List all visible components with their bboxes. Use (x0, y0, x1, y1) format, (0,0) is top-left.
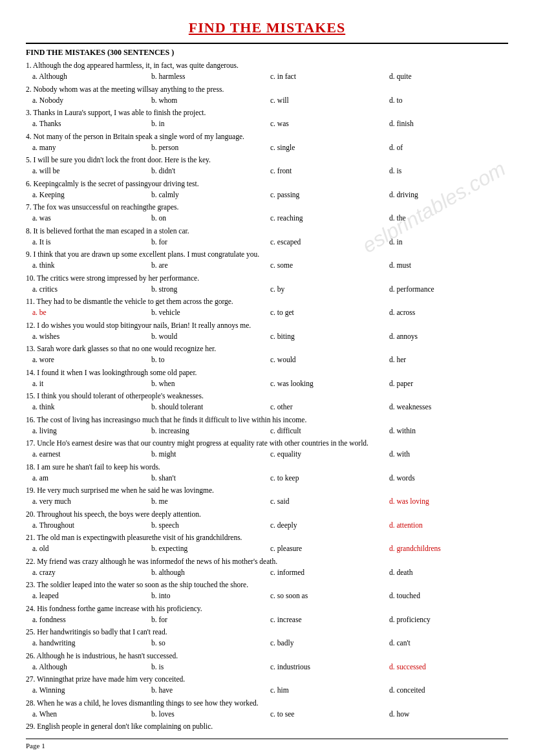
sentence-block: 9. I think that you are drawn up some ex… (26, 249, 508, 272)
section-title: FIND THE MISTAKES (300 SENTENCES ) (26, 48, 508, 58)
sentence-text: 22. My friend was crazy although he was … (26, 556, 508, 567)
options-row: a. Throughoutb. speechc. deeplyd. attent… (32, 520, 508, 531)
option-item: a. handwriting (32, 638, 151, 649)
sentence-block: 19. He very much surprised me when he sa… (26, 485, 508, 508)
sentence-block: 17. Uncle Ho's earnest desire was that o… (26, 438, 508, 460)
options-row: a. leapedb. intoc. so soon asd. touched (32, 590, 508, 601)
option-item: d. her (389, 354, 508, 365)
option-item: a. Although (32, 662, 151, 673)
option-item: c. deeply (270, 520, 389, 531)
option-item: b. expecting (151, 543, 270, 554)
sentence-block: 1. Although the dog appeared harmless, i… (26, 60, 508, 83)
option-item: a. Throughout (32, 520, 151, 531)
option-item: c. to get (270, 307, 389, 318)
sentence-text: 23. The soldier leaped into the water so… (26, 579, 508, 590)
sentence-text: 28. When he was a child, he loves disman… (26, 698, 508, 709)
sentence-block: 22. My friend was crazy although he was … (26, 556, 508, 579)
bottom-divider (26, 739, 508, 739)
option-item: b. have (151, 685, 270, 696)
option-item: b. increasing (151, 426, 270, 437)
sentence-text: 21. The old man is expectingwith pleasur… (26, 532, 508, 543)
sentence-block: 20. Throughout his speech, the boys were… (26, 509, 508, 532)
option-item: d. conceited (389, 685, 508, 696)
option-item: a. think (32, 260, 151, 271)
sentence-block: 18. I am sure he shan't fail to keep his… (26, 462, 508, 484)
option-item: d. weaknesses (389, 402, 508, 413)
option-item: b. to (151, 354, 270, 365)
option-item: c. single (270, 142, 389, 153)
option-item: c. was looking (270, 378, 389, 389)
option-item: d. successed (389, 662, 508, 673)
options-row: a. will beb. didn'tc. frontd. is (32, 166, 508, 177)
option-item: d. to (389, 95, 508, 106)
sentence-block: 3. Thanks in Laura's support, I was able… (26, 107, 508, 130)
option-item: a. wishes (32, 331, 151, 342)
option-item: c. would (270, 354, 389, 365)
sentence-block: 15. I think you should tolerant of other… (26, 391, 508, 413)
option-item: b. person (151, 142, 270, 153)
sentence-text: 11. They had to be dismantle the vehicle… (26, 296, 508, 307)
option-item: a. When (32, 709, 151, 720)
options-row: a. very muchb. mec. saidd. was loving (32, 496, 508, 507)
option-item: b. should tolerant (151, 402, 270, 413)
options-row: a. beb. vehiclec. to getd. across (32, 307, 508, 318)
options-row: a. It isb. forc. escapedd. in (32, 237, 508, 248)
sentence-block: 12. I do wishes you would stop bitingyou… (26, 320, 508, 343)
sentence-block: 28. When he was a child, he loves disman… (26, 698, 508, 720)
option-item: d. annoys (389, 331, 508, 342)
sentences-container: 1. Although the dog appeared harmless, i… (26, 60, 508, 732)
option-item: a. very much (32, 496, 151, 507)
option-item: b. for (151, 237, 270, 248)
option-item: a. Although (32, 71, 151, 82)
page-number: Page 1 (26, 742, 508, 750)
sentence-block: 29. English people in general don't like… (26, 721, 508, 732)
sentence-text: 20. Throughout his speech, the boys were… (26, 509, 508, 520)
option-item: c. him (270, 685, 389, 696)
option-item: c. will (270, 95, 389, 106)
sentence-text: 12. I do wishes you would stop bitingyou… (26, 320, 508, 331)
sentence-text: 4. Not many of the person in Britain spe… (26, 131, 508, 142)
sentence-block: 6. Keepingcalmly is the secret of passin… (26, 178, 508, 201)
options-row: a. Whenb. lovesc. to seed. how (32, 709, 508, 720)
option-item: b. would (151, 331, 270, 342)
sentence-block: 7. The fox was unsuccessful on reachingt… (26, 202, 508, 224)
sentence-block: 26. Although he is industrious, he hasn'… (26, 651, 508, 673)
option-item: d. within (389, 426, 508, 437)
options-row: a. manyb. personc. singled. of (32, 142, 508, 153)
options-row: a. woreb. toc. wouldd. her (32, 354, 508, 365)
option-item: a. Winning (32, 685, 151, 696)
sentence-text: 29. English people in general don't like… (26, 721, 508, 732)
options-row: a. Nobodyb. whomc. willd. to (32, 95, 508, 106)
sentence-block: 24. His fondness forthe game increase wi… (26, 603, 508, 626)
page-title: FIND THE MISTAKES (26, 19, 508, 36)
option-item: c. some (270, 260, 389, 271)
sentence-block: 13. Sarah wore dark glasses so that no o… (26, 343, 508, 366)
options-row: a. Thanksb. inc. wasd. finish (32, 118, 508, 129)
option-item: a. it (32, 378, 151, 389)
sentence-text: 17. Uncle Ho's earnest desire was that o… (26, 438, 508, 449)
option-item: b. harmless (151, 71, 270, 82)
option-item: b. although (151, 567, 270, 578)
options-row: a. handwritingb. soc. badlyd. can't (32, 638, 508, 649)
option-item: b. so (151, 638, 270, 649)
option-item: d. grandchildrens (389, 543, 508, 554)
option-item: a. Nobody (32, 95, 151, 106)
option-item: b. in (151, 118, 270, 129)
sentence-text: 9. I think that you are drawn up some ex… (26, 249, 508, 260)
sentence-text: 8. It is believed forthat the man escape… (26, 226, 508, 237)
option-item: a. am (32, 473, 151, 484)
option-item: b. speech (151, 520, 270, 531)
option-item: c. badly (270, 638, 389, 649)
option-item: a. many (32, 142, 151, 153)
option-item: c. by (270, 284, 389, 295)
sentence-block: 10. The critics were strong impressed by… (26, 273, 508, 296)
option-item: d. with (389, 449, 508, 460)
option-item: b. for (151, 614, 270, 625)
option-item: d. the (389, 213, 508, 224)
option-item: b. vehicle (151, 307, 270, 318)
sentence-text: 6. Keepingcalmly is the secret of passin… (26, 178, 508, 189)
sentence-block: 16. The cost of living has increasingso … (26, 415, 508, 437)
option-item: d. how (389, 709, 508, 720)
options-row: a. earnestb. mightc. equalityd. with (32, 449, 508, 460)
sentence-text: 10. The critics were strong impressed by… (26, 273, 508, 284)
